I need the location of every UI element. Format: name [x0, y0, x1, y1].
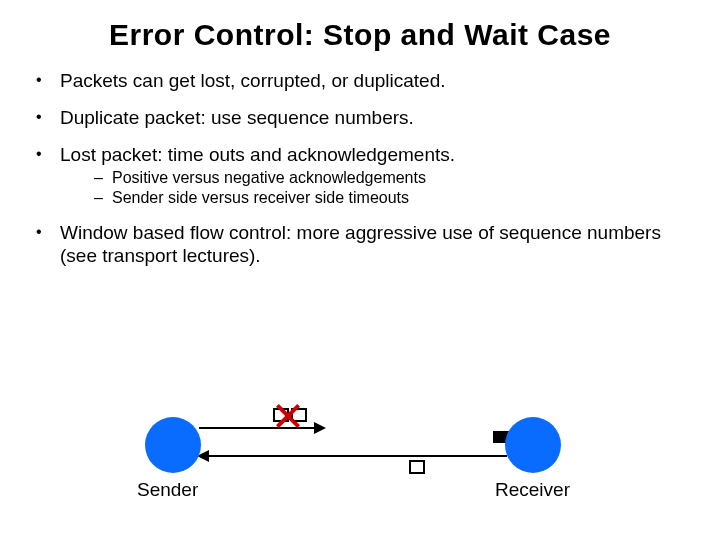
- diagram: Sender Receiver: [115, 395, 585, 525]
- bullet-list: Packets can get lost, corrupted, or dupl…: [24, 70, 696, 268]
- receiver-label: Receiver: [495, 479, 570, 501]
- ack-packet-icon: [409, 460, 425, 474]
- bottom-arrow-line: [209, 455, 507, 457]
- bullet-text: Lost packet: time outs and acknowledgeme…: [60, 144, 455, 165]
- bullet-item: Duplicate packet: use sequence numbers.: [24, 107, 696, 130]
- sender-node-icon: [145, 417, 201, 473]
- bullet-item: Window based flow control: more aggressi…: [24, 222, 696, 268]
- packet-lost-x-icon: [275, 403, 301, 429]
- bullet-text: Duplicate packet: use sequence numbers.: [60, 107, 414, 128]
- receiver-node-icon: [505, 417, 561, 473]
- slide-title: Error Control: Stop and Wait Case: [0, 18, 720, 52]
- slide-body: Packets can get lost, corrupted, or dupl…: [24, 70, 696, 268]
- bullet-text: Window based flow control: more aggressi…: [60, 222, 661, 266]
- top-arrow-head-icon: [314, 422, 326, 434]
- bullet-text: Packets can get lost, corrupted, or dupl…: [60, 70, 446, 91]
- sender-label: Sender: [137, 479, 198, 501]
- sub-bullet-item: Sender side versus receiver side timeout…: [60, 188, 696, 208]
- bullet-item: Lost packet: time outs and acknowledgeme…: [24, 144, 696, 209]
- sub-bullet-list: Positive versus negative acknowledgement…: [60, 168, 696, 208]
- sub-bullet-item: Positive versus negative acknowledgement…: [60, 168, 696, 188]
- bullet-item: Packets can get lost, corrupted, or dupl…: [24, 70, 696, 93]
